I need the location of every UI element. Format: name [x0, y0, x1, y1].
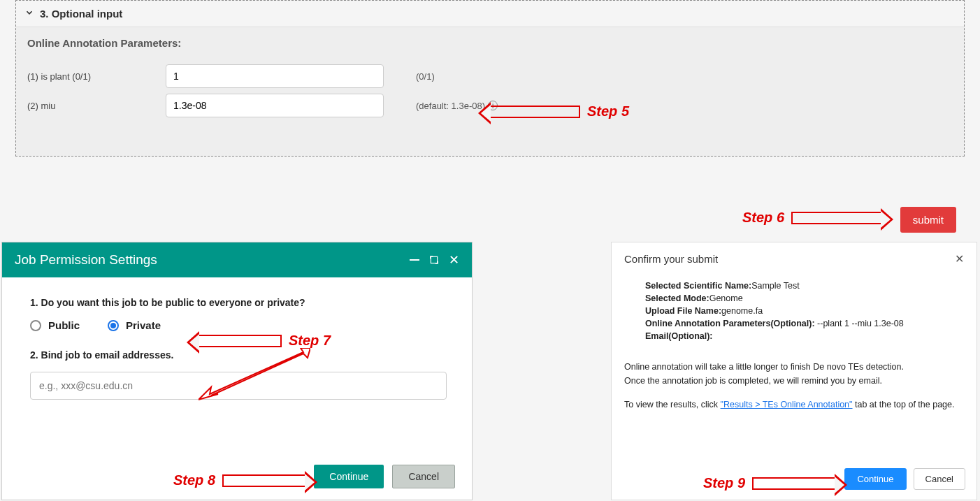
param-label: (1) is plant (0/1) — [27, 71, 166, 82]
radio-private[interactable]: Private — [108, 319, 161, 331]
results-link[interactable]: "Results > TEs Online Annotation" — [721, 400, 853, 409]
step5-annotation: Step 5 — [489, 103, 629, 119]
question-visibility: 1. Do you want this job to be public to … — [30, 297, 444, 308]
step7-annotation: Step 7 — [198, 333, 331, 349]
arrow-left-icon — [198, 335, 282, 347]
modal-title: Job Permission Settings — [15, 252, 157, 268]
confirm-note: Online annotation will take a little lon… — [624, 362, 964, 372]
close-icon[interactable]: ✕ — [449, 252, 459, 268]
param-row-is-plant: (1) is plant (0/1) (0/1) — [27, 64, 953, 88]
chevron-down-icon — [24, 8, 34, 20]
svg-marker-1 — [199, 348, 310, 400]
confirm-row-file: Upload File Name:genome.fa — [645, 306, 964, 316]
close-icon[interactable]: ✕ — [955, 252, 964, 266]
accordion-header[interactable]: 3. Optional input — [16, 1, 964, 27]
parameters-section-label: Online Annotation Parameters: — [27, 37, 953, 49]
accordion-title: 3. Optional input — [40, 8, 122, 20]
expand-icon[interactable] — [429, 255, 439, 265]
param-hint: (0/1) — [416, 71, 435, 82]
confirm-note-link-line: To view the results, click "Results > TE… — [624, 400, 964, 409]
modal-header: Job Permission Settings ✕ — [2, 242, 472, 277]
confirm-title: Confirm your submit — [624, 253, 718, 265]
confirm-row-name: Selected Scientific Name:Sample Test — [645, 281, 964, 291]
arrow-right-icon — [222, 474, 306, 487]
step8-annotation: Step 8 — [173, 472, 306, 488]
step6-annotation: Step 6 — [742, 210, 882, 226]
confirm-row-params: Online Annotation Parameters(Optional): … — [645, 319, 964, 328]
is-plant-input[interactable] — [166, 64, 384, 88]
arrow-right-icon — [791, 212, 882, 224]
step9-annotation: Step 9 — [703, 475, 836, 491]
confirm-note: Once the annotation job is completed, we… — [624, 376, 964, 386]
confirm-continue-button[interactable]: Continue — [844, 468, 906, 490]
cancel-button[interactable]: Cancel — [392, 465, 455, 488]
submit-button[interactable]: submit — [900, 207, 956, 233]
miu-input[interactable] — [166, 94, 384, 117]
arrow-diagonal-icon — [199, 348, 310, 407]
confirm-submit-modal: Confirm your submit ✕ Selected Scientifi… — [611, 242, 977, 500]
minimize-icon[interactable] — [410, 259, 419, 261]
svg-rect-0 — [431, 256, 437, 263]
confirm-cancel-button[interactable]: Cancel — [914, 468, 965, 490]
radio-icon — [108, 320, 119, 331]
arrow-right-icon — [752, 477, 836, 490]
radio-public[interactable]: Public — [30, 319, 80, 331]
param-label: (2) miu — [27, 101, 166, 111]
confirm-row-email: Email(Optional): — [645, 331, 964, 341]
optional-input-panel: 3. Optional input Online Annotation Para… — [15, 0, 965, 157]
radio-icon — [30, 320, 41, 331]
arrow-left-icon — [489, 106, 580, 118]
confirm-row-mode: Selected Mode:Genome — [645, 293, 964, 303]
continue-button[interactable]: Continue — [314, 465, 384, 488]
